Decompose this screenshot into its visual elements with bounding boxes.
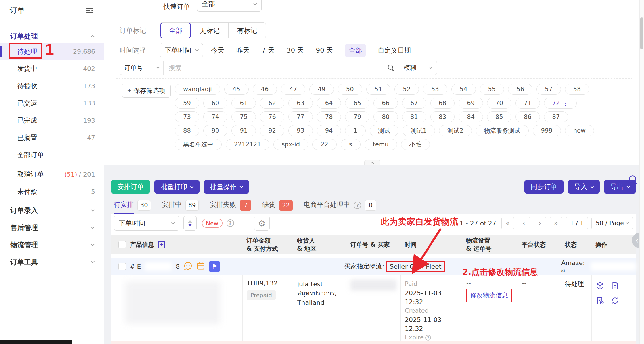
filter-chip[interactable]: 81⋮ bbox=[402, 111, 426, 122]
filter-chip[interactable]: 57⋮ bbox=[536, 84, 561, 95]
collapse-sidebar-icon[interactable] bbox=[85, 7, 94, 14]
chip-more-icon[interactable]: ⋮ bbox=[562, 100, 568, 106]
filter-chip[interactable]: 73⋮ bbox=[175, 111, 199, 122]
filter-chip[interactable]: 999⋮ bbox=[533, 125, 561, 136]
filter-chip[interactable]: 54⋮ bbox=[451, 84, 476, 95]
void-order-icon[interactable] bbox=[596, 296, 604, 306]
time-quick-option[interactable]: 全部 bbox=[345, 44, 366, 57]
batch-operations-button[interactable]: 批量操作 bbox=[204, 180, 249, 194]
search-icon[interactable] bbox=[388, 65, 394, 71]
filter-chip[interactable]: 62⋮ bbox=[260, 98, 284, 109]
filter-chip[interactable]: 测试2⋮ bbox=[439, 125, 471, 136]
sidebar-item[interactable]: 取消订单 (51)/ 201 bbox=[0, 166, 104, 183]
sidebar-item[interactable]: 待揽收 173 bbox=[0, 77, 104, 94]
filter-chip[interactable]: 1⋮ bbox=[345, 125, 365, 136]
quick-order-select[interactable]: 全部 bbox=[197, 0, 262, 12]
time-quick-option[interactable]: 昨天 bbox=[236, 46, 250, 55]
chat-icon[interactable] bbox=[183, 261, 193, 272]
filter-chip[interactable]: 2212121⋮ bbox=[226, 139, 269, 150]
filter-chip[interactable]: 46⋮ bbox=[253, 84, 277, 95]
package-icon[interactable] bbox=[596, 281, 604, 291]
order-mark-option[interactable]: 全部 bbox=[160, 23, 191, 38]
row-checkbox[interactable] bbox=[118, 263, 126, 270]
filter-chip[interactable]: 85⋮ bbox=[487, 111, 511, 122]
sidebar-group[interactable]: 售后管理 bbox=[0, 219, 104, 236]
filter-chip[interactable]: 71⋮ bbox=[515, 98, 540, 109]
filter-chip[interactable]: 80⋮ bbox=[373, 111, 398, 122]
filter-chip[interactable]: 22⋮ bbox=[312, 139, 337, 150]
filter-chip[interactable]: 93⋮ bbox=[288, 125, 313, 136]
sidebar-item[interactable]: 已交运 133 bbox=[0, 94, 104, 112]
filter-chip[interactable]: 49⋮ bbox=[309, 84, 334, 95]
filter-chip[interactable]: 黑名单选中⋮ bbox=[175, 139, 222, 150]
sort-direction-toggle[interactable] bbox=[183, 216, 197, 231]
sync-icon[interactable] bbox=[611, 296, 619, 306]
help-icon[interactable]: ? bbox=[354, 202, 361, 209]
save-filter-button[interactable]: + 保存筛选项 bbox=[122, 84, 171, 98]
time-quick-option[interactable]: 7 天 bbox=[262, 46, 275, 55]
time-quick-option[interactable]: 自定义日期 bbox=[378, 46, 411, 55]
filter-chip[interactable]: 53⋮ bbox=[423, 84, 447, 95]
select-all-checkbox[interactable] bbox=[118, 241, 126, 248]
search-field-select[interactable]: 订单号 bbox=[120, 61, 164, 75]
filter-chip[interactable]: 58⋮ bbox=[565, 84, 589, 95]
filter-chip[interactable]: 72⋮ bbox=[544, 98, 577, 109]
filter-chip[interactable]: 物流服务测试⋮ bbox=[476, 125, 529, 136]
sync-orders-button[interactable]: 同步订单 bbox=[524, 180, 564, 194]
table-settings-button[interactable]: ⚙ bbox=[254, 216, 270, 231]
filter-chip[interactable]: 92⋮ bbox=[260, 125, 284, 136]
filter-chip[interactable]: 67⋮ bbox=[402, 98, 426, 109]
filter-chip[interactable]: temu⋮ bbox=[365, 139, 397, 150]
first-page-button[interactable]: « bbox=[501, 217, 514, 229]
order-status-tab[interactable]: 安排中 ? 89 bbox=[162, 198, 199, 212]
batch-print-button[interactable]: 批量打印 bbox=[154, 180, 200, 194]
filter-chip[interactable]: 60⋮ bbox=[203, 98, 228, 109]
filter-chip[interactable]: 75⋮ bbox=[231, 111, 256, 122]
flag-icon[interactable]: ⚑ bbox=[209, 261, 220, 272]
filter-chip[interactable]: 77⋮ bbox=[288, 111, 313, 122]
filter-chip[interactable]: 78⋮ bbox=[317, 111, 341, 122]
filter-chip[interactable]: 小毛⋮ bbox=[401, 139, 430, 150]
order-mark-option[interactable]: 无标记 bbox=[191, 23, 228, 38]
filter-chip[interactable]: new⋮ bbox=[565, 125, 594, 136]
filter-chip[interactable]: 45⋮ bbox=[224, 84, 249, 95]
help-icon[interactable]: ? bbox=[227, 219, 234, 227]
order-status-tab[interactable]: 电商平台处理中 ? 0 bbox=[304, 198, 376, 212]
page-size-select[interactable]: 50 / Page bbox=[591, 217, 633, 229]
filter-chip[interactable]: 68⋮ bbox=[430, 98, 455, 109]
arrange-orders-button[interactable]: 安排订单 bbox=[111, 180, 150, 194]
filter-chip[interactable]: 61⋮ bbox=[231, 98, 256, 109]
help-icon[interactable]: ? bbox=[425, 335, 431, 341]
filter-chip[interactable]: 63⋮ bbox=[288, 98, 313, 109]
import-button[interactable]: 导入 bbox=[568, 180, 600, 194]
sidebar-section-order-processing[interactable]: 订单处理 bbox=[0, 30, 104, 43]
filter-chip[interactable]: 87⋮ bbox=[544, 111, 568, 122]
search-input[interactable] bbox=[164, 64, 388, 71]
filter-chip[interactable]: wanglaoji⋮ bbox=[175, 84, 220, 95]
time-quick-option[interactable]: 今天 bbox=[211, 46, 224, 55]
filter-chip[interactable]: 83⋮ bbox=[430, 111, 455, 122]
filter-chip[interactable]: 47⋮ bbox=[281, 84, 305, 95]
scrollbar-thumb[interactable] bbox=[640, 17, 643, 49]
time-quick-option[interactable]: 30 天 bbox=[287, 46, 304, 55]
filter-chip[interactable]: 88⋮ bbox=[175, 125, 199, 136]
sidebar-item[interactable]: 未付款 5 bbox=[0, 183, 104, 200]
filter-chip[interactable]: s⋮ bbox=[341, 139, 361, 150]
filter-chip[interactable]: 66⋮ bbox=[373, 98, 398, 109]
filter-chip[interactable]: 64⋮ bbox=[317, 98, 341, 109]
filter-chip[interactable]: 86⋮ bbox=[515, 111, 540, 122]
filter-chip[interactable]: 测试1⋮ bbox=[402, 125, 435, 136]
filter-chip[interactable]: 50⋮ bbox=[338, 84, 362, 95]
filter-chip[interactable]: 79⋮ bbox=[345, 111, 369, 122]
order-mark-option[interactable]: 有标记 bbox=[228, 23, 266, 38]
search-toggle-icon[interactable] bbox=[629, 175, 638, 184]
filter-chip[interactable]: 84⋮ bbox=[459, 111, 483, 122]
sort-field-select[interactable]: 下单时间 bbox=[114, 216, 179, 231]
sidebar-item[interactable]: 已完成 193 bbox=[0, 112, 104, 129]
filter-chip[interactable]: 65⋮ bbox=[345, 98, 369, 109]
filter-chip[interactable]: 56⋮ bbox=[508, 84, 532, 95]
sidebar-group[interactable]: 订单录入 bbox=[0, 202, 104, 219]
expand-all-icon[interactable]: + bbox=[158, 241, 165, 248]
last-page-button[interactable]: » bbox=[550, 217, 562, 229]
modify-logistics-link[interactable]: 修改物流信息 bbox=[470, 292, 508, 299]
